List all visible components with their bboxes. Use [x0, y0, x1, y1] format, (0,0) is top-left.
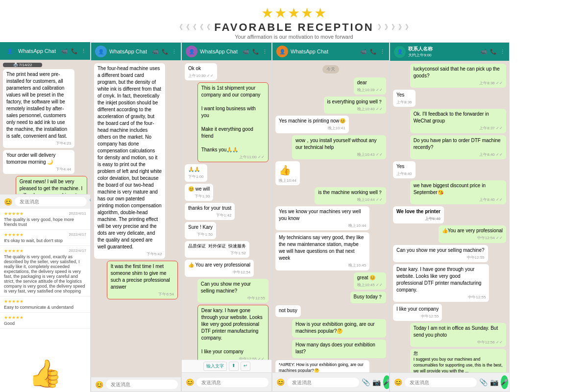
msg-4-10: Busy today？: [350, 292, 386, 303]
reviews-section: ★★★★★2022/4/11The quality is very good, …: [0, 209, 90, 392]
menu-icon-4[interactable]: ⋮: [380, 49, 385, 55]
msg-3-10: Dear kary. I have gone through your webs…: [197, 305, 269, 360]
msg-4-13: How many days does your exhibition last?: [292, 340, 386, 358]
panel-2: 👤 WhatsApp Chat 📹 📞 ⋮ The four-head mach…: [91, 42, 181, 392]
panel-4: 👤 WhatsApp Chat 📹 📞 ⋮ 今天 dear晚上10:39 ✓✓ …: [272, 42, 390, 392]
msg-3-7: 品质保证 对外保证 快速服务下午1:52: [185, 241, 249, 258]
review-list: ★★★★★2022/4/11The quality is very good, …: [0, 209, 90, 329]
msg-2-1: The four-head machine uses a different b…: [94, 63, 165, 259]
attach-icon-4[interactable]: 📎: [362, 378, 370, 386]
translate-btn[interactable]: 输入文字: [203, 362, 227, 371]
left-chevrons: 《《《《《: [176, 23, 210, 32]
review-text: The quality is very good, exactly as des…: [4, 254, 86, 294]
emoji-icon[interactable]: 😊: [4, 198, 12, 206]
chat-header-icons-5: 📹 📞 ⋮: [480, 49, 505, 55]
msg-5-13: 您I suggest you buy our machines and cons…: [410, 349, 506, 372]
attach-icon-5[interactable]: 📎: [479, 378, 488, 386]
send-btn-3[interactable]: ↩: [241, 362, 250, 371]
msg-1-3: Great news! I will be very pleased to ge…: [16, 176, 87, 194]
date-divider: 今天: [322, 65, 339, 74]
video-icon-2[interactable]: 📹: [152, 49, 159, 55]
msg-4-9: great 😊晚上10:45 ✓✓: [354, 272, 386, 290]
chat-header-1: 👤 WhatsApp Chat 📹 📞 ⋮: [0, 42, 90, 60]
msg-3-1: Ok ok上午10:30 ✓✓: [185, 63, 217, 80]
chat-name-3: WhatsApp Chat: [200, 49, 238, 54]
video-icon-5[interactable]: 📹: [480, 49, 487, 55]
menu-icon[interactable]: ⋮: [81, 48, 86, 54]
chat-body-1: 🖨️ 7/14/22 The print head were pre-insta…: [0, 60, 90, 194]
send-button-5[interactable]: 🎤: [501, 375, 508, 389]
star-rating: ★★★★★: [0, 5, 588, 21]
msg-3-3: 🙏🙏下午1:00: [185, 164, 207, 181]
chat-body-2: The four-head machine uses a different b…: [91, 60, 181, 377]
page-subtitle: Your affirmation is our motivation to mo…: [0, 34, 588, 40]
msg-3-8: 👍 You are very professional中午12:54: [185, 260, 254, 277]
call-icon-4[interactable]: 📞: [370, 49, 377, 55]
menu-icon-5[interactable]: ⋮: [500, 49, 505, 55]
call-icon-5[interactable]: 📞: [490, 49, 497, 55]
chat-input-3[interactable]: [196, 378, 269, 387]
page-header: ★★★★★ 《《《《《 FAVORABLE RECEPTION 》》》》》 Yo…: [0, 0, 588, 42]
call-icon-2[interactable]: 📞: [162, 49, 169, 55]
chat-footer-2: 😊 📎 📷 🎤: [91, 377, 181, 392]
msg-4-5: 👍晚上10:44: [275, 161, 300, 185]
chat-name-2: WhatsApp Chat: [109, 49, 147, 54]
main-content: 👤 WhatsApp Chat 📹 📞 ⋮ 🖨️ 7/14/22 The pri…: [0, 42, 588, 392]
chat-panel-1: 👤 WhatsApp Chat 📹 📞 ⋮ 🖨️ 7/14/22 The pri…: [0, 42, 90, 209]
emoji-icon-3[interactable]: 😊: [186, 378, 194, 386]
contact-status-5: 大约上午9:00: [408, 52, 433, 58]
avatar-2: 👤: [95, 46, 107, 57]
emoji-icon-4[interactable]: 😊: [276, 378, 285, 386]
video-icon-3[interactable]: 📹: [243, 49, 249, 55]
camera-icon-5[interactable]: 📷: [490, 378, 498, 386]
review-text: It's okay to wait, but don't stop: [4, 238, 86, 243]
chat-image-1: 🖨️ 7/14/22: [3, 63, 42, 67]
msg-5-12: Today I am not in office as Sunday. But …: [410, 323, 506, 347]
msg-5-8: 👍You are very professional中午12:54 ✓✓: [439, 225, 506, 243]
bottom-bar-3: 输入文字 ⬆ ↩: [182, 360, 271, 372]
msg-5-1: luckyconsol said that he can pick up the…: [410, 64, 506, 88]
review-date: 2022/4/17: [69, 248, 86, 253]
video-icon[interactable]: 📹: [61, 48, 68, 54]
review-text: The quality is very good, hope more frie…: [4, 217, 86, 227]
emoji-icon-5[interactable]: 😊: [394, 378, 402, 386]
menu-icon-3[interactable]: ⋮: [262, 49, 268, 55]
chat-body-3: Ok ok上午10:30 ✓✓ This is 1st shipment you…: [182, 60, 271, 360]
msg-4-8: My technicians say very good, they like …: [275, 232, 369, 270]
chat-input-1[interactable]: [15, 197, 87, 206]
chat-body-4: 今天 dear晚上10:39 ✓✓ is everything going we…: [272, 60, 389, 372]
call-icon-3[interactable]: 📞: [252, 49, 259, 55]
menu-icon-2[interactable]: ⋮: [172, 49, 177, 55]
contact-name-5: 联系人名称: [408, 46, 433, 52]
msg-5-7-love-printer: We love the printer上午8:40: [393, 206, 444, 223]
call-icon[interactable]: 📞: [71, 48, 78, 54]
chat-header-4: 👤 WhatsApp Chat 📹 📞 ⋮: [272, 43, 389, 60]
camera-icon-4[interactable]: 📷: [372, 378, 381, 386]
right-chevrons: 》》》》》: [378, 23, 412, 32]
chat-name-1: WhatsApp Chat: [18, 48, 56, 54]
chat-header-5: 👤 联系人名称 大约上午9:00 📹 📞 ⋮: [390, 43, 509, 61]
send-button-4[interactable]: 🎤: [383, 375, 390, 389]
review-date: 2022/4/11: [69, 211, 86, 216]
chat-input-2[interactable]: [106, 380, 178, 389]
chat-header-icons-1: 📹 📞 ⋮: [61, 48, 86, 54]
msg-4-1: dear晚上10:39 ✓✓: [354, 77, 386, 95]
msg-4-12: How is your exhibition going, are our ma…: [292, 319, 386, 338]
video-icon-4[interactable]: 📹: [360, 49, 367, 55]
avatar-5: 👤: [394, 46, 406, 58]
msg-4-14: *AIIREY: How is your exhibition going, a…: [275, 360, 369, 372]
chat-input-4[interactable]: [287, 378, 359, 387]
review-stars: ★★★★★: [4, 232, 24, 237]
msg-5-6: we have biggest discount price in Septem…: [410, 180, 506, 204]
chat-footer-3: 😊 📎 📷 🎤: [182, 372, 271, 392]
chat-header-icons-2: 📹 📞 ⋮: [152, 49, 177, 55]
emoji-icon-2[interactable]: 😊: [95, 381, 103, 389]
review-stars: ★★★★★: [4, 299, 24, 304]
chat-body-5: luckyconsol said that he can pick up the…: [390, 61, 509, 372]
review-text: Easy to communicate & understand: [4, 305, 86, 310]
msg-3-5: thanks for your trust下午1:42: [185, 203, 235, 220]
avatar-4: 👤: [276, 46, 288, 57]
msg-1-2: Your order will delivery tomorrow mornin…: [3, 150, 74, 174]
chat-input-5[interactable]: [405, 378, 477, 387]
quick-reply-btn[interactable]: ⬆: [229, 362, 239, 371]
